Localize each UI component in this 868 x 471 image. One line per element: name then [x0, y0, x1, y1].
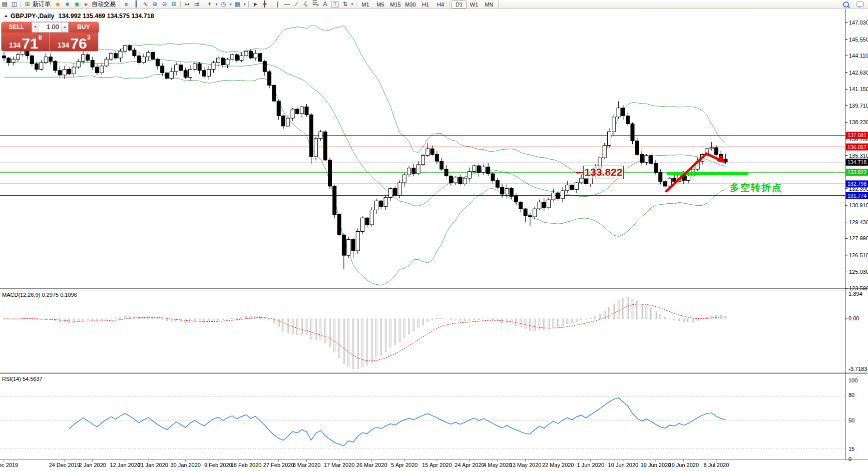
timeframe-button-M15[interactable]: M15 — [388, 1, 403, 9]
horizontal-line-icon[interactable]: ― — [282, 0, 292, 9]
buy-button[interactable]: BUY — [69, 22, 99, 33]
periods-icon[interactable]: ◷ — [219, 0, 228, 9]
timeframe-button-MN[interactable]: MN — [482, 1, 497, 9]
svg-text:137.081: 137.081 — [847, 132, 866, 138]
zoom-out-icon[interactable]: ⊖ — [160, 0, 169, 9]
crosshair-icon[interactable]: ╋ — [260, 0, 269, 9]
svg-text:129.430: 129.430 — [849, 219, 868, 225]
sell-button[interactable]: SELL — [2, 22, 32, 33]
timeframe-button-H1[interactable]: H1 — [418, 1, 433, 9]
trendline-icon[interactable]: ∕ — [292, 0, 301, 9]
periods-caret[interactable]: ▾ — [228, 0, 233, 9]
svg-text:27 Feb 2020: 27 Feb 2020 — [263, 462, 294, 468]
toolbar-separator — [356, 1, 356, 8]
chart-canvas[interactable]: 147.030145.550144.110142.630141.150139.7… — [0, 0, 868, 471]
svg-text:13 May 2020: 13 May 2020 — [510, 462, 542, 468]
svg-text:5 Apr 2020: 5 Apr 2020 — [391, 462, 417, 468]
svg-text:125.030: 125.030 — [849, 269, 868, 275]
svg-text:130.910: 130.910 — [849, 202, 868, 208]
timeframe-button-M5[interactable]: M5 — [373, 1, 388, 9]
svg-text:1 Jun 2020: 1 Jun 2020 — [577, 462, 604, 468]
svg-text:139.710: 139.710 — [849, 103, 868, 109]
signals-icon[interactable]: ◉ — [72, 0, 82, 9]
svg-text:2 Jan 2020: 2 Jan 2020 — [79, 462, 106, 468]
buy-price[interactable]: 134763 — [50, 33, 98, 51]
arrows-caret[interactable]: ▾ — [350, 0, 354, 9]
svg-text:29 Jun 2020: 29 Jun 2020 — [669, 462, 699, 468]
templates-caret[interactable]: ▾ — [242, 0, 247, 9]
one-click-trading-panel: SELL ▼ 1.00 ▲ BUY 134718 134763 — [2, 22, 99, 51]
fibonacci-icon[interactable]: ☰F — [311, 0, 320, 10]
svg-text:17 Mar 2020: 17 Mar 2020 — [324, 462, 355, 468]
toolbar-separator — [248, 1, 249, 8]
svg-text:10 Jun 2020: 10 Jun 2020 — [608, 462, 639, 468]
toolbar-separator — [498, 1, 499, 8]
chart-symbol-period: GBPJPY-,Daily — [11, 13, 55, 20]
turning-point-annotation[interactable]: 多空转折点 — [730, 181, 782, 194]
volume-control: ▼ 1.00 ▲ — [32, 22, 69, 33]
timeframe-button-D1[interactable]: D1 — [452, 1, 467, 9]
svg-text:24 Apr 2020: 24 Apr 2020 — [455, 462, 484, 468]
svg-text:21 Jan 2020: 21 Jan 2020 — [138, 462, 168, 468]
svg-text:8 Jul 2020: 8 Jul 2020 — [704, 462, 729, 468]
svg-text:138.230: 138.230 — [849, 119, 868, 125]
svg-text:9 Feb 2020: 9 Feb 2020 — [204, 462, 232, 468]
svg-text:141.150: 141.150 — [849, 86, 868, 92]
text-icon[interactable]: A — [320, 0, 330, 9]
volume-decrease-button[interactable]: ▼ — [32, 23, 39, 32]
svg-text:15 Apr 2020: 15 Apr 2020 — [422, 462, 452, 468]
arrows-icon[interactable]: ⇅ — [340, 0, 350, 9]
sell-price-big-figure: 134 — [9, 41, 21, 50]
deposit-icon[interactable]: ◆ — [53, 0, 63, 9]
community-icon[interactable]: ☻ — [63, 0, 72, 9]
timeframe-button-W1[interactable]: W1 — [467, 1, 482, 9]
sell-price-fraction: 8 — [39, 34, 42, 41]
channel-icon[interactable]: ∕E — [301, 0, 311, 10]
buy-price-pips: 76 — [70, 37, 87, 50]
candle-chart-icon[interactable]: ┃ — [131, 0, 141, 9]
sell-price[interactable]: 134718 — [2, 33, 50, 51]
timeframe-button-H4[interactable]: H4 — [433, 1, 448, 9]
chart-shift-icon[interactable]: ⇉ — [192, 0, 201, 9]
svg-text:12 Jan 2020: 12 Jan 2020 — [110, 462, 141, 468]
svg-text:145.550: 145.550 — [849, 37, 868, 43]
text-label-icon[interactable]: T — [331, 1, 339, 8]
toolbar-separator — [180, 1, 181, 8]
autotrade-icon[interactable]: ▸ — [82, 0, 91, 9]
new-order-icon[interactable]: ⊞ — [23, 0, 32, 9]
svg-text:100: 100 — [848, 377, 857, 383]
svg-text:30 Jan 2020: 30 Jan 2020 — [170, 462, 201, 468]
zoom-in-icon[interactable]: ⊕ — [150, 0, 160, 9]
svg-text:0: 0 — [848, 456, 851, 462]
svg-text:136.057: 136.057 — [847, 144, 866, 150]
autotrade-label[interactable]: 自动交易 — [92, 0, 116, 9]
autoscroll-icon[interactable]: ↦ — [182, 0, 192, 9]
volume-input[interactable]: 1.00 — [39, 23, 61, 32]
svg-text:15: 15 — [848, 446, 854, 452]
indicators-icon[interactable]: + — [205, 0, 214, 9]
toolbar: ▤◫⊞新订单◆☻◉▸自动交易≡┃∿⊕⊖⊞↦⇉+▾◷▾▦▾➤╋|―∕∕E☰FAT⇅… — [0, 0, 868, 9]
vertical-line-icon[interactable]: | — [273, 0, 282, 9]
line-chart-icon[interactable]: ∿ — [141, 0, 150, 9]
chat-icon[interactable] — [856, 2, 864, 7]
volume-increase-button[interactable]: ▲ — [61, 23, 68, 32]
templates-icon[interactable]: ▦ — [233, 0, 242, 9]
indicators-caret[interactable]: ▾ — [214, 0, 219, 9]
timeframe-button-M1[interactable]: M1 — [358, 1, 373, 9]
svg-text:26 Mar 2020: 26 Mar 2020 — [356, 462, 387, 468]
bar-chart-icon[interactable]: ≡ — [122, 0, 131, 9]
sell-price-pips: 71 — [22, 37, 38, 50]
search-icon[interactable] — [843, 2, 849, 8]
toolbar-separator — [203, 1, 203, 8]
chart-window-icon[interactable]: ▤ — [0, 0, 10, 9]
new-order-label[interactable]: 新订单 — [33, 0, 51, 9]
svg-text:22 May 2020: 22 May 2020 — [542, 462, 574, 468]
symbol-dropdown-icon[interactable]: ▲ — [4, 14, 8, 18]
svg-text:133.822: 133.822 — [847, 169, 866, 175]
svg-text:-3.7183: -3.7183 — [848, 366, 867, 372]
data-window-icon[interactable]: ◫ — [10, 0, 19, 9]
price-annotation-box[interactable]: 133.822 — [583, 166, 624, 179]
chart-ohlc-values: 134.992 135.469 134.575 134.718 — [58, 13, 154, 20]
tile-windows-icon[interactable]: ⊞ — [169, 0, 179, 9]
timeframe-button-M30[interactable]: M30 — [403, 1, 418, 9]
